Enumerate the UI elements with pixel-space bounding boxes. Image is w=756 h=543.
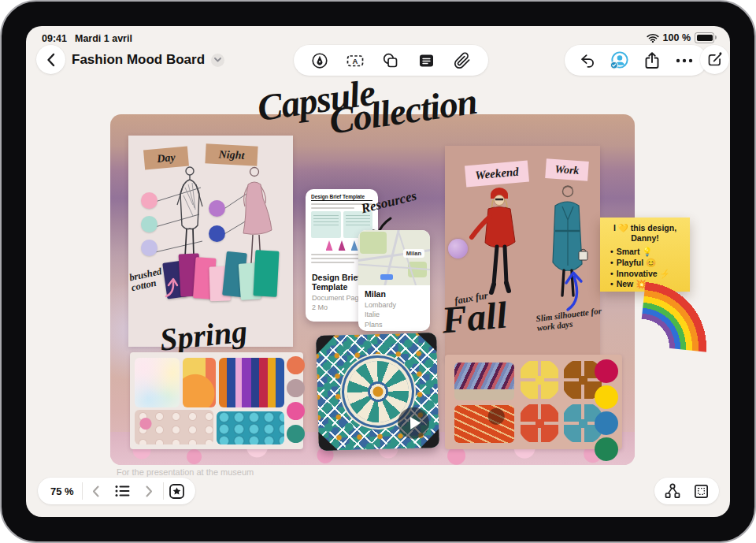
fabric-rolls-photo — [219, 358, 284, 407]
color-pinwheel — [521, 404, 558, 442]
sticky-note-heading: I 💛 this design, Danny! — [607, 223, 683, 244]
roses-photo — [135, 410, 213, 444]
shapes-tool-button[interactable] — [379, 49, 402, 73]
color-pinwheel — [521, 361, 558, 399]
play-button[interactable] — [398, 407, 430, 439]
tile-pattern-video[interactable] — [316, 333, 439, 451]
screen: 09:41 Mardi 1 avril 100 % Fashion Mood B… — [26, 26, 730, 517]
sticky-bullet: Playful 😊 — [610, 258, 683, 269]
ellipsis-icon — [676, 58, 693, 63]
color-dot — [287, 379, 305, 397]
color-dot — [595, 359, 618, 383]
map-preview: Milan — [358, 230, 430, 285]
color-dot — [595, 385, 618, 409]
dotted-select-square-icon — [693, 483, 710, 500]
color-dot — [141, 216, 158, 232]
fall-color-dots — [595, 359, 618, 461]
zoom-level[interactable]: 75 % — [43, 485, 82, 497]
color-dot — [209, 225, 225, 242]
play-icon — [410, 417, 420, 430]
zigzag-textile-photo — [454, 363, 514, 400]
share-icon — [644, 51, 660, 70]
shapes-icon — [382, 52, 399, 69]
star-square-icon — [169, 483, 185, 500]
chevron-down-icon — [214, 58, 221, 62]
day-outfit-sketch — [166, 164, 213, 265]
status-date: Mardi 1 avril — [75, 33, 132, 44]
share-button[interactable] — [640, 49, 664, 73]
work-label: Work — [545, 158, 589, 181]
document-title-row[interactable]: Fashion Mood Board — [72, 52, 224, 68]
map-pin-label: Milan — [403, 249, 424, 258]
map-card[interactable]: Milan Milan Lombardy Italie Plans — [358, 230, 430, 331]
map-country: Italie — [365, 311, 424, 318]
battery-percent: 100 % — [663, 32, 691, 43]
watercolor-photo — [135, 358, 180, 407]
night-label: Night — [205, 143, 258, 166]
wifi-icon — [647, 33, 659, 43]
sticky-bullet: Smart 💡 — [610, 247, 683, 258]
compose-icon — [706, 51, 723, 68]
previous-board-button[interactable] — [83, 478, 109, 504]
spring-season-text[interactable]: Spring — [158, 317, 248, 355]
draw-tool-button[interactable] — [308, 49, 332, 73]
color-dot — [595, 411, 618, 435]
map-region: Lombardy — [365, 301, 424, 309]
status-bar-left: 09:41 Mardi 1 avril — [42, 33, 132, 44]
fabric-swatches — [165, 251, 272, 296]
fall-board[interactable]: Weekend Work — [445, 146, 600, 360]
chevron-left-icon — [46, 53, 55, 67]
status-bar-right: 100 % — [647, 32, 714, 43]
text-box-tool-button[interactable]: A — [343, 49, 367, 73]
select-area-button[interactable] — [687, 478, 714, 504]
sticky-note-icon — [418, 53, 435, 69]
slim-silhouette-annotation[interactable]: Slim silhouette for work days — [536, 306, 603, 333]
favorites-button[interactable] — [164, 478, 191, 504]
chevron-left-icon — [92, 485, 99, 497]
spring-board[interactable]: Day Night — [128, 136, 293, 347]
text-box-icon: A — [346, 52, 365, 69]
person-check-collab-icon — [610, 50, 629, 70]
next-board-button[interactable] — [136, 478, 163, 504]
abstract-shapes-photo — [183, 358, 216, 407]
svg-text:A: A — [353, 56, 358, 65]
list-icon — [115, 485, 130, 497]
canvas-tools-pill — [654, 478, 719, 504]
map-app-name: Plans — [365, 321, 383, 329]
color-dot — [287, 402, 305, 420]
status-time: 09:41 — [42, 33, 67, 44]
undo-icon — [579, 53, 596, 69]
more-button[interactable] — [673, 49, 696, 73]
map-app-row: Plans — [365, 321, 424, 329]
woven-textile-photo — [454, 405, 514, 443]
pink-arrow — [163, 276, 180, 298]
board-list-button[interactable] — [109, 478, 136, 504]
color-swatch — [254, 250, 280, 296]
board-caption: For the presentation at the museum — [117, 467, 254, 477]
color-dot — [141, 192, 158, 209]
preview-goals-box — [311, 211, 341, 238]
weekend-label: Weekend — [465, 161, 529, 188]
fall-season-text[interactable]: Fall — [440, 297, 508, 337]
pinwheel-shapes — [521, 361, 602, 442]
fall-palette-board[interactable] — [445, 355, 622, 449]
new-board-button[interactable] — [700, 45, 729, 74]
map-route-badge — [380, 274, 393, 280]
zoom-navigation-pill: 75 % — [38, 478, 195, 504]
connector-tool-button[interactable] — [659, 478, 686, 504]
night-color-dots — [209, 200, 225, 242]
actions-pill — [565, 45, 707, 76]
undo-button[interactable] — [576, 49, 599, 73]
freeform-canvas[interactable]: Capsule Collection Day Night — [110, 114, 635, 465]
day-color-dots — [141, 192, 158, 256]
back-button[interactable] — [36, 45, 65, 74]
spring-collage-board[interactable] — [130, 352, 303, 449]
battery-icon — [695, 32, 714, 43]
collaborate-button[interactable] — [608, 49, 632, 73]
title-menu-button[interactable] — [211, 54, 224, 67]
pencil-circle-icon — [311, 52, 328, 69]
turquoise-stones-photo — [217, 411, 284, 444]
color-dot — [141, 240, 158, 256]
rainbow-emoji-sticker[interactable] — [639, 270, 722, 353]
color-dot — [595, 437, 618, 461]
